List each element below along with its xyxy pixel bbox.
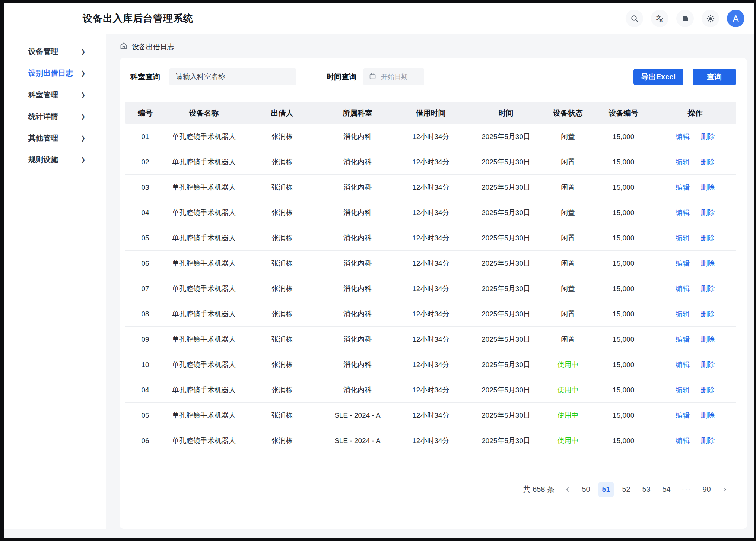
cell-lender: 张润栋 — [242, 132, 322, 142]
cell-borrow-duration: 12小时34分 — [393, 335, 468, 344]
cell-operations: 编辑 删除 — [655, 259, 736, 268]
page-button-50[interactable]: 50 — [578, 482, 594, 497]
cell-device-name: 单孔腔镜手术机器人 — [165, 411, 242, 420]
edit-link[interactable]: 编辑 — [676, 385, 690, 395]
cell-status: 闲置 — [543, 335, 592, 344]
cell-department: 消化内科 — [322, 183, 393, 192]
edit-link[interactable]: 编辑 — [676, 360, 690, 370]
cell-department: 消化内科 — [322, 335, 393, 344]
start-date-picker[interactable]: 开始日期 — [363, 68, 424, 85]
edit-link[interactable]: 编辑 — [676, 284, 690, 294]
cell-device-name: 单孔腔镜手术机器人 — [165, 385, 242, 395]
translate-button[interactable]: 文A — [651, 10, 668, 27]
lending-log-table: 编号设备名称出借人所属科室借用时间时间设备状态设备编号操作 01 单孔腔镜手术机… — [125, 102, 736, 453]
top-header: 设备出入库后台管理系统 文A — [4, 3, 754, 34]
delete-link[interactable]: 删除 — [701, 157, 715, 167]
cell-date: 2025年5月30日 — [468, 436, 544, 446]
cell-status: 闲置 — [543, 183, 592, 192]
delete-link[interactable]: 删除 — [701, 183, 715, 192]
delete-link[interactable]: 删除 — [701, 385, 715, 395]
sidebar-item-0[interactable]: 设备管理 ❯ — [4, 41, 106, 62]
cell-device-no: 15,000 — [593, 285, 655, 293]
edit-link[interactable]: 编辑 — [676, 335, 690, 344]
delete-link[interactable]: 删除 — [701, 233, 715, 243]
cell-date: 2025年5月30日 — [468, 335, 544, 344]
delete-link[interactable]: 删除 — [701, 360, 715, 370]
page-buttons: 5051525354···90 — [578, 482, 714, 497]
page-button-54[interactable]: 54 — [659, 482, 674, 497]
next-page-button[interactable] — [719, 482, 730, 497]
time-query-label: 时间查询 — [327, 72, 356, 82]
cell-no: 07 — [125, 285, 165, 293]
page-button-52[interactable]: 52 — [619, 482, 634, 497]
cell-borrow-duration: 12小时34分 — [393, 132, 468, 142]
delete-link[interactable]: 删除 — [701, 436, 715, 446]
home-icon — [120, 42, 128, 52]
cell-date: 2025年5月30日 — [468, 259, 544, 268]
search-icon — [630, 14, 639, 23]
sidebar-item-4[interactable]: 其他管理 ❯ — [4, 127, 106, 149]
cell-operations: 编辑 删除 — [655, 436, 736, 446]
column-header: 设备状态 — [543, 108, 592, 118]
query-button[interactable]: 查询 — [693, 69, 736, 85]
cell-device-no: 15,000 — [593, 158, 655, 166]
prev-page-button[interactable] — [562, 482, 574, 497]
cell-borrow-duration: 12小时34分 — [393, 411, 468, 420]
page-button-53[interactable]: 53 — [639, 482, 654, 497]
notification-button[interactable] — [676, 10, 694, 27]
cell-device-name: 单孔腔镜手术机器人 — [165, 132, 242, 142]
edit-link[interactable]: 编辑 — [676, 233, 690, 243]
cell-borrow-duration: 12小时34分 — [393, 259, 468, 268]
page-button-90[interactable]: 90 — [699, 482, 714, 497]
cell-lender: 张润栋 — [242, 411, 322, 420]
cell-device-no: 15,000 — [593, 335, 655, 344]
edit-link[interactable]: 编辑 — [676, 411, 690, 420]
delete-link[interactable]: 删除 — [701, 309, 715, 319]
cell-operations: 编辑 删除 — [655, 183, 736, 192]
edit-link[interactable]: 编辑 — [676, 132, 690, 142]
edit-link[interactable]: 编辑 — [676, 309, 690, 319]
delete-link[interactable]: 删除 — [701, 284, 715, 294]
cell-borrow-duration: 12小时34分 — [393, 284, 468, 294]
cell-status: 闲置 — [543, 259, 592, 268]
cell-department: 消化内科 — [322, 385, 393, 395]
cell-department: 消化内科 — [322, 309, 393, 319]
delete-link[interactable]: 删除 — [701, 335, 715, 344]
cell-device-name: 单孔腔镜手术机器人 — [165, 436, 242, 446]
app-title: 设备出入库后台管理系统 — [83, 12, 193, 25]
table-row: 04 单孔腔镜手术机器人 张润栋 消化内科 12小时34分 2025年5月30日… — [125, 200, 736, 225]
breadcrumb-label: 设备出借日志 — [132, 42, 174, 52]
delete-link[interactable]: 删除 — [701, 411, 715, 420]
delete-link[interactable]: 删除 — [701, 259, 715, 268]
cell-date: 2025年5月30日 — [468, 411, 544, 420]
edit-link[interactable]: 编辑 — [676, 183, 690, 192]
cell-device-no: 15,000 — [593, 259, 655, 268]
brightness-button[interactable] — [702, 10, 719, 27]
search-button[interactable] — [626, 10, 643, 27]
edit-link[interactable]: 编辑 — [676, 208, 690, 218]
app-body: 设备管理 ❯ 设别出借日志 ❯ 科室管理 ❯ 统计详情 ❯ 其他管理 ❯ 规则设… — [4, 34, 754, 538]
export-excel-button[interactable]: 导出Excel — [633, 69, 683, 85]
delete-link[interactable]: 删除 — [701, 208, 715, 218]
cell-borrow-duration: 12小时34分 — [393, 385, 468, 395]
edit-link[interactable]: 编辑 — [676, 259, 690, 268]
sidebar-item-5[interactable]: 规则设施 ❯ — [4, 149, 106, 170]
dept-search-input[interactable] — [169, 68, 296, 85]
delete-link[interactable]: 删除 — [701, 132, 715, 142]
edit-link[interactable]: 编辑 — [676, 157, 690, 167]
sidebar-item-1[interactable]: 设别出借日志 ❯ — [4, 62, 106, 84]
edit-link[interactable]: 编辑 — [676, 436, 690, 446]
sidebar-item-3[interactable]: 统计详情 ❯ — [4, 105, 106, 127]
cell-department: 消化内科 — [322, 233, 393, 243]
sidebar-item-2[interactable]: 科室管理 ❯ — [4, 84, 106, 105]
page-button-51[interactable]: 51 — [598, 482, 614, 497]
cell-lender: 张润栋 — [242, 259, 322, 268]
start-date-placeholder: 开始日期 — [381, 72, 408, 81]
brightness-icon — [706, 14, 715, 23]
table-row: 06 单孔腔镜手术机器人 张润栋 SLE - 2024 - A 12小时34分 … — [125, 428, 736, 453]
cell-department: 消化内科 — [322, 157, 393, 167]
translate-icon: 文A — [655, 14, 665, 23]
user-avatar[interactable]: A — [727, 10, 744, 27]
chevron-right-icon: ❯ — [81, 48, 85, 55]
cell-lender: 张润栋 — [242, 360, 322, 370]
